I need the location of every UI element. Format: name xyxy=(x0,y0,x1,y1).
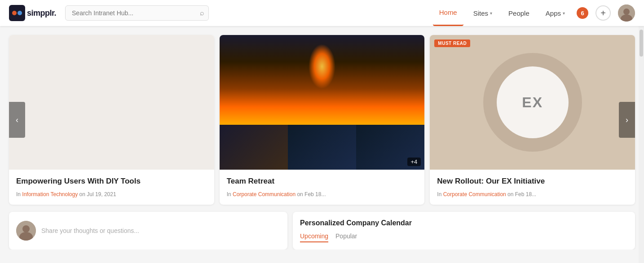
logo[interactable]: simpplr. xyxy=(9,5,56,21)
must-read-badge: MUST READ xyxy=(434,39,470,47)
fire-spark xyxy=(309,44,335,89)
calendar-tab-upcoming[interactable]: Upcoming xyxy=(300,232,328,242)
fire-sub-image-1 xyxy=(220,125,288,170)
nav-home[interactable]: Home xyxy=(433,0,463,26)
search-input[interactable] xyxy=(65,5,209,21)
fire-sub-image-3: +4 xyxy=(356,125,424,170)
card-ex-initiative: MUST READ EX New Rollout: Our EX Initiat… xyxy=(430,35,635,205)
calendar-tab-popular[interactable]: Popular xyxy=(335,232,357,242)
calendar-tabs: Upcoming Popular xyxy=(300,232,628,242)
post-avatar xyxy=(16,221,36,241)
notification-badge[interactable]: 6 xyxy=(577,7,588,19)
nav-links: Home Sites ▾ People Apps ▾ 6 + xyxy=(433,0,635,26)
ex-logo: EX xyxy=(497,66,569,138)
logo-text: simpplr. xyxy=(27,9,56,18)
search-wrapper: ⌕ xyxy=(65,5,209,21)
carousel: ‹ Empowering Users With DIY Tools In Inf… xyxy=(9,35,635,205)
fire-main-image xyxy=(220,35,425,125)
search-icon: ⌕ xyxy=(200,9,204,17)
post-input[interactable]: Share your thoughts or questions... xyxy=(41,227,280,234)
card-meta: In Corporate Communication on Feb 18... xyxy=(227,191,418,197)
svg-point-1 xyxy=(12,11,17,15)
ex-circle-bg: EX xyxy=(483,53,582,152)
scrollbar-track xyxy=(639,26,644,250)
card-team-retreat: +4 Team Retreat In Corporate Communicati… xyxy=(220,35,425,205)
nav-sites[interactable]: Sites ▾ xyxy=(467,0,498,26)
sites-chevron-icon: ▾ xyxy=(490,11,492,16)
svg-point-2 xyxy=(18,11,22,15)
card-image-fire: +4 xyxy=(220,35,425,170)
card-title: New Rollout: Our EX Initiative xyxy=(437,177,628,186)
card-category-link[interactable]: Information Technology xyxy=(22,191,78,197)
nav-apps[interactable]: Apps ▾ xyxy=(539,0,571,26)
svg-point-7 xyxy=(22,225,30,232)
card-title: Empowering Users With DIY Tools xyxy=(16,177,207,186)
svg-rect-0 xyxy=(9,5,25,21)
card-meta: In Information Technology on Jul 19, 202… xyxy=(16,191,207,197)
create-button[interactable]: + xyxy=(595,5,611,21)
apps-chevron-icon: ▾ xyxy=(563,11,565,16)
card-body: New Rollout: Our EX Initiative In Corpor… xyxy=(430,170,635,205)
navbar: simpplr. ⌕ Home Sites ▾ People Apps ▾ 6 … xyxy=(0,0,644,26)
main-content: ‹ Empowering Users With DIY Tools In Inf… xyxy=(0,26,644,250)
scrollbar-thumb[interactable] xyxy=(640,30,643,57)
card-meta: In Corporate Communication on Feb 18... xyxy=(437,191,628,197)
calendar-box: Personalized Company Calendar Upcoming P… xyxy=(293,212,635,250)
card-image-placeholder xyxy=(9,35,214,170)
post-box: Share your thoughts or questions... xyxy=(9,212,287,250)
card-body: Empowering Users With DIY Tools In Infor… xyxy=(9,170,214,205)
card-category-link[interactable]: Corporate Communication xyxy=(233,191,296,197)
card-category-link[interactable]: Corporate Communication xyxy=(443,191,506,197)
nav-people[interactable]: People xyxy=(502,0,536,26)
carousel-prev-button[interactable]: ‹ xyxy=(9,102,25,138)
fire-sub-row: +4 xyxy=(220,125,425,170)
fire-sub-image-2 xyxy=(288,125,356,170)
card-title: Team Retreat xyxy=(227,177,418,186)
card-empowering: Empowering Users With DIY Tools In Infor… xyxy=(9,35,214,205)
card-image-ex: MUST READ EX xyxy=(430,35,635,170)
calendar-title: Personalized Company Calendar xyxy=(300,219,628,227)
image-count-badge: +4 xyxy=(407,158,421,166)
svg-point-4 xyxy=(623,9,630,15)
bottom-row: Share your thoughts or questions... Pers… xyxy=(9,212,635,250)
carousel-next-button[interactable]: › xyxy=(619,102,635,138)
avatar[interactable] xyxy=(618,4,635,22)
card-body: Team Retreat In Corporate Communication … xyxy=(220,170,425,205)
